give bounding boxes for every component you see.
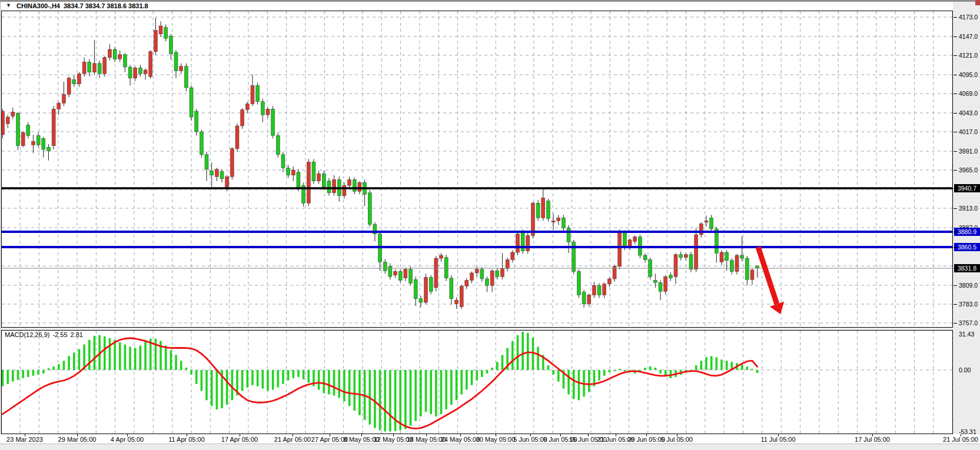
axis-tick: [954, 55, 957, 56]
bear-candle: [123, 55, 127, 67]
bear-candle: [271, 109, 275, 135]
axis-tick: [954, 304, 957, 305]
price-axis-label: 4173.0: [959, 14, 978, 21]
bull-candle: [603, 284, 606, 295]
bull-candle: [404, 269, 407, 278]
time-axis-tick: [361, 434, 362, 436]
time-axis-tick: [778, 434, 779, 436]
bull-candle: [57, 103, 61, 109]
bear-candle: [562, 218, 565, 228]
trend-arrow-shaft[interactable]: [758, 247, 777, 304]
bull-candle: [108, 49, 111, 58]
bull-candle: [77, 74, 81, 84]
time-axis[interactable]: 23 Mar 202329 Mar 05:004 Apr 05:0011 Apr…: [0, 434, 980, 444]
bull-candle: [62, 94, 65, 103]
bear-candle: [190, 88, 193, 117]
macd-name: MACD(12,26,9): [5, 331, 49, 338]
bear-candle: [184, 66, 188, 88]
time-axis-tick: [330, 434, 330, 436]
bear-candle: [730, 261, 733, 272]
time-axis-label: 18 May 05:00: [407, 436, 446, 443]
bear-candle: [679, 255, 683, 258]
bull-candle: [11, 112, 15, 116]
bear-candle: [710, 218, 713, 229]
time-axis-tick: [460, 434, 461, 436]
bull-candle: [526, 235, 530, 251]
price-axis-label: 3913.0: [959, 205, 978, 212]
bear-candle: [653, 281, 657, 283]
bull-candle: [674, 255, 677, 277]
time-axis-label: 21 Jul 05:00: [943, 436, 978, 443]
macd-border: [2, 331, 953, 434]
bull-candle: [103, 58, 107, 74]
bull-candle: [465, 281, 469, 286]
bull-candle: [21, 132, 25, 146]
candlestick-plot: [1, 11, 953, 328]
bull-candle: [607, 279, 611, 284]
time-axis-label: 21 Apr 05:00: [274, 436, 311, 443]
price-chart-area[interactable]: [1, 11, 953, 328]
symbol-period-label: CHINA300-,H4: [16, 2, 60, 9]
bear-candle: [46, 147, 50, 151]
macd-indicator-label: MACD(12,26,9)-2.552.81: [5, 331, 86, 338]
price-axis-label: 4069.0: [959, 90, 978, 97]
price-axis-label: 3965.0: [959, 166, 978, 174]
bull-candle: [291, 170, 295, 175]
time-axis-tick: [393, 434, 394, 436]
axis-tick: [954, 113, 957, 114]
price-axis[interactable]: 4173.04147.04121.04095.04069.04043.04017…: [954, 0, 980, 450]
bull-candle: [154, 31, 157, 52]
bull-candle: [317, 174, 321, 181]
bear-candle: [281, 155, 285, 168]
bull-candle: [557, 218, 560, 221]
bull-candle: [592, 285, 596, 295]
time-axis-tick: [530, 434, 531, 436]
bull-candle: [684, 255, 687, 258]
bear-candle: [16, 114, 19, 146]
symbol-dropdown-icon[interactable]: ▼: [6, 2, 11, 8]
bull-candle: [343, 185, 346, 196]
price-level-badge: 3880.9: [954, 228, 980, 236]
bear-candle: [496, 271, 499, 276]
bull-candle: [235, 126, 239, 149]
bull-candle: [180, 66, 183, 71]
time-axis-label: 27 Apr 05:00: [311, 436, 348, 443]
bull-candle: [705, 221, 708, 222]
macd-indicator-panel[interactable]: [1, 330, 953, 434]
bull-candle: [333, 179, 336, 193]
bull-candle: [424, 278, 428, 303]
bear-candle: [536, 203, 540, 218]
bull-candle: [307, 162, 310, 203]
bull-candle: [587, 295, 591, 304]
time-axis-label: 30 May 05:00: [476, 436, 516, 443]
price-axis-label: 4095.0: [959, 71, 978, 78]
bull-candle: [358, 182, 361, 191]
bull-candle: [434, 258, 438, 288]
bull-candle: [92, 64, 96, 72]
bear-candle: [88, 62, 91, 72]
bull-candle: [134, 68, 137, 78]
price-axis-label: 4147.0: [959, 33, 978, 40]
bear-candle: [659, 282, 662, 291]
window-bottom-strip: [0, 444, 980, 450]
bear-candle: [689, 255, 693, 269]
axis-tick: [954, 94, 957, 94]
bear-candle: [205, 155, 208, 169]
bull-candle: [455, 300, 459, 304]
time-axis-tick: [187, 434, 187, 436]
bear-candle: [312, 162, 315, 181]
bull-candle: [735, 255, 739, 272]
bull-candle: [516, 234, 519, 252]
bear-candle: [195, 111, 198, 132]
time-axis-label: 5 Jun 05:00: [513, 436, 547, 443]
bull-candle: [31, 141, 35, 145]
time-axis-label: 17 Apr 05:00: [221, 436, 258, 443]
bull-candle: [542, 198, 545, 218]
time-axis-label: 4 Apr 05:00: [111, 436, 144, 443]
bear-candle: [261, 102, 264, 115]
bull-candle: [52, 109, 55, 146]
bull-candle: [664, 276, 667, 291]
bear-candle: [745, 258, 749, 279]
bear-candle: [322, 174, 325, 187]
axis-tick: [954, 323, 957, 324]
